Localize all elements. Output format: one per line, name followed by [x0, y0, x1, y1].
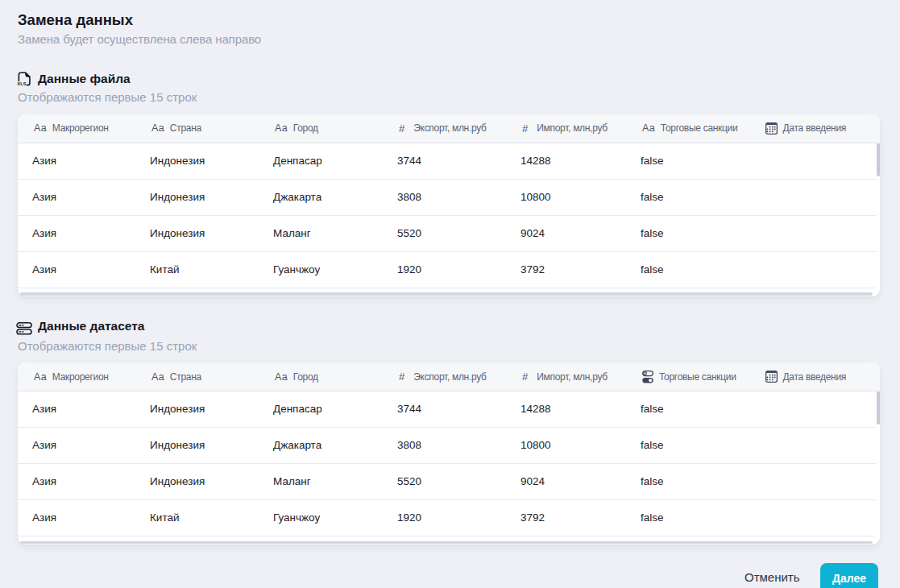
svg-text:XLS: XLS: [17, 81, 27, 86]
